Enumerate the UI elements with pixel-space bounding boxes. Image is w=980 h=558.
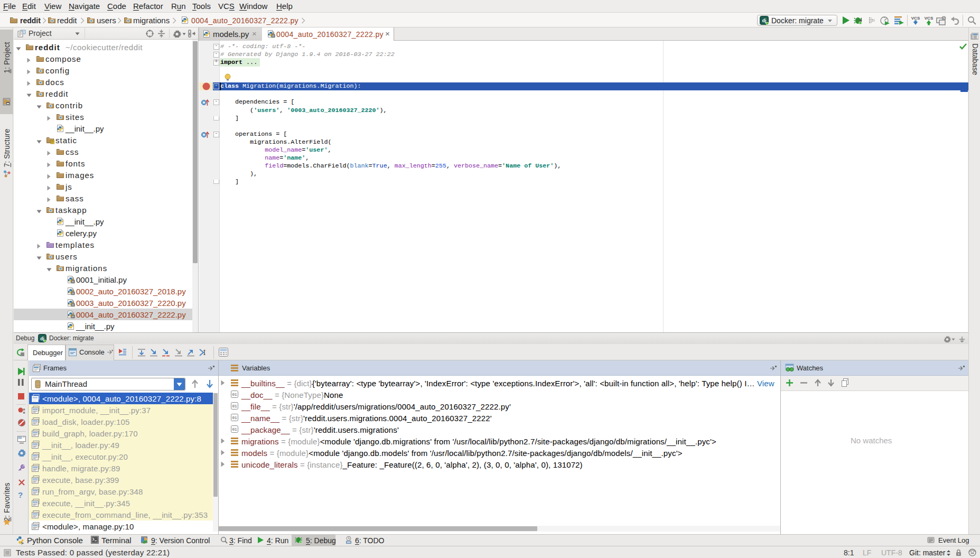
svg-text:01: 01: [232, 393, 237, 397]
svg-text:dj: dj: [40, 336, 44, 341]
svg-text:01: 01: [232, 404, 237, 408]
svg-text:01: 01: [232, 416, 237, 420]
svg-text:dj: dj: [762, 18, 767, 23]
svg-text:01: 01: [232, 427, 237, 432]
svg-text:VCS: VCS: [925, 16, 934, 21]
svg-text:VCS: VCS: [911, 16, 920, 21]
